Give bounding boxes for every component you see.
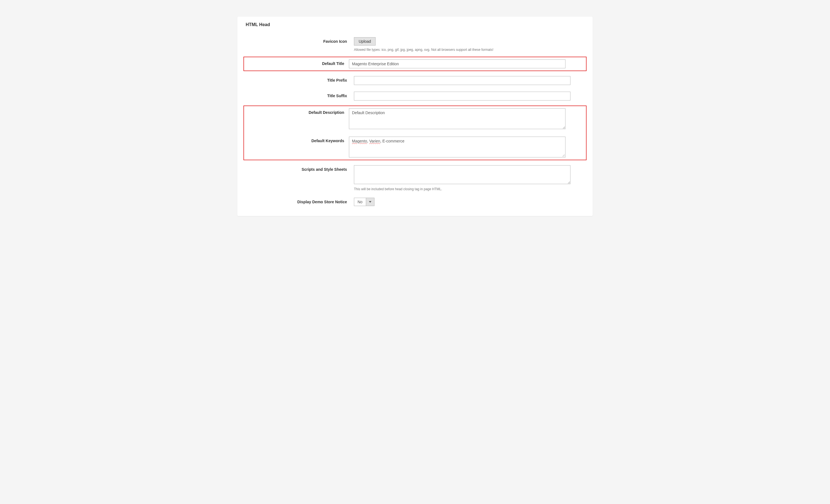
scripts-row: Scripts and Style Sheets This will be in… [246,163,584,193]
default-title-row: Default Title [246,58,584,70]
title-prefix-input[interactable] [354,76,570,85]
favicon-help-text: Allowed file types: ico, png, gif, jpg, … [354,48,570,52]
default-keywords-row: Default Keywords Magento, Varien, E-comm… [246,135,584,159]
title-prefix-label: Title Prefix [246,76,354,83]
default-description-control: Default Description [349,108,566,130]
default-description-textarea[interactable]: Default Description [349,108,566,129]
scripts-control: This will be included before head closin… [354,165,570,191]
default-keywords-control: Magento, Varien, E-commerce [349,137,566,157]
favicon-label: Favicon Icon [246,37,354,43]
keyword-rest: , E-commerce [380,139,405,143]
title-suffix-control [354,92,570,100]
favicon-control: Upload Allowed file types: ico, png, gif… [354,37,570,52]
default-description-label: Default Description [246,108,349,115]
default-title-highlight: Default Title [244,57,586,71]
demo-notice-row: Display Demo Store Notice No [246,196,584,208]
demo-notice-value: No [354,198,366,206]
keyword-varien: Varien [369,139,380,143]
title-suffix-input[interactable] [354,92,570,100]
default-keywords-label: Default Keywords [246,137,349,143]
default-description-row: Default Description Default Description [246,107,584,132]
default-title-input[interactable] [349,59,566,68]
panel-title: HTML Head [246,22,584,27]
title-suffix-label: Title Suffix [246,92,354,98]
title-suffix-row: Title Suffix [246,90,584,102]
description-keywords-highlight: Default Description Default Description … [244,105,586,160]
title-prefix-control [354,76,570,85]
upload-button[interactable]: Upload [354,37,376,45]
default-keywords-textarea[interactable]: Magento, Varien, E-commerce [349,137,566,157]
html-head-panel: HTML Head Favicon Icon Upload Allowed fi… [237,17,593,216]
title-prefix-row: Title Prefix [246,74,584,87]
favicon-row: Favicon Icon Upload Allowed file types: … [246,36,584,53]
default-title-label: Default Title [246,59,349,66]
demo-notice-select[interactable]: No [354,198,375,206]
keyword-magento: Magento [352,139,367,143]
demo-notice-control: No [354,198,570,206]
demo-notice-label: Display Demo Store Notice [246,198,354,204]
scripts-label: Scripts and Style Sheets [246,165,354,171]
scripts-help-text: This will be included before head closin… [354,187,570,191]
chevron-down-icon[interactable] [366,198,374,206]
scripts-textarea[interactable] [354,165,570,184]
default-title-control [349,59,566,68]
